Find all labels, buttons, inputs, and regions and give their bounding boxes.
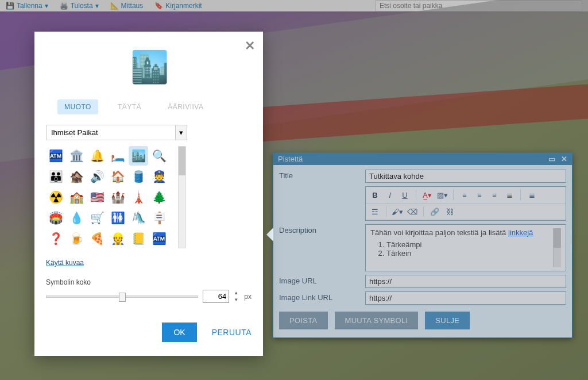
drop-icon[interactable]: 💧 (67, 208, 86, 228)
align-right-icon[interactable]: ≡ (489, 189, 500, 201)
numbered-list-icon[interactable]: ≣ (526, 189, 537, 201)
rich-text-toolbar: B I U A̲▾ ▨▾ ≡ ≡ ≡ ≣ ≣ ☲ 🖌▾ (365, 186, 566, 221)
description-label: Description (279, 224, 365, 235)
italic-icon[interactable]: I (384, 189, 396, 201)
castle-icon[interactable]: 🏰 (108, 187, 127, 207)
brush-icon[interactable]: 🖌▾ (392, 206, 403, 217)
use-image-link[interactable]: Käytä kuvaa (46, 259, 252, 267)
maximize-icon[interactable]: ▭ (548, 155, 555, 163)
pizza-icon[interactable]: 🍕 (87, 229, 107, 248)
family-icon[interactable]: 👪 (46, 167, 65, 186)
house-icon[interactable]: 🏠 (108, 167, 127, 186)
point-editor-panel: Pistettä ▭ ✕ Title . B I U A̲▾ ▨▾ ≡ (273, 152, 572, 338)
worker-icon[interactable]: 👷 (108, 229, 127, 248)
scrollbar[interactable] (178, 146, 186, 248)
stepper-icon[interactable]: ▲▼ (234, 291, 239, 302)
description-list: Tärkeämpi Tärkein (386, 240, 553, 258)
image-url-label: Image URL (279, 275, 365, 285)
bold-icon[interactable]: B (369, 189, 381, 201)
search-icon[interactable]: 🔍 (149, 146, 169, 166)
scrollbar[interactable] (553, 228, 561, 267)
callout-arrow-icon (266, 228, 273, 241)
atm-icon[interactable]: 🏧 (46, 146, 65, 166)
bulleted-list-icon[interactable]: ☲ (369, 206, 381, 217)
change-symbol-button[interactable]: MUUTA SYMBOLI (335, 312, 419, 329)
description-text: Tähän voi kirjoittaa paljon tekstiä ja l… (370, 228, 508, 237)
measure-button[interactable]: 📐 Mittaus (110, 2, 144, 10)
barrel-icon[interactable]: 🛢️ (129, 167, 148, 186)
note-icon[interactable]: 📒 (129, 229, 148, 248)
symbol-preview-icon: 🏙️ (130, 49, 167, 86)
radiation-icon[interactable]: ☢️ (46, 187, 65, 207)
title-input[interactable] (365, 170, 566, 183)
close-icon[interactable]: ✕ (561, 155, 567, 163)
school-icon[interactable]: 🏫 (67, 187, 86, 207)
atm2-icon[interactable]: 🏧 (149, 229, 169, 248)
bookmarks-button[interactable]: 🔖 Kirjanmerkit (154, 2, 202, 10)
image-link-url-input[interactable] (365, 291, 566, 305)
symbol-dialog: ✕ 🏙️ MUOTO TÄYTÄ ÄÄRIVIIVA ▾ 🏧🏛️🔔🛏️🏙️🔍👪🏚… (34, 32, 263, 356)
close-button[interactable]: SULJE (425, 312, 470, 329)
link-icon[interactable]: 🔗 (429, 206, 440, 217)
ok-button[interactable]: OK (162, 323, 196, 342)
trees-icon[interactable]: 🌲 (149, 187, 169, 207)
highlight-icon[interactable]: ▨▾ (436, 189, 448, 201)
delete-button[interactable]: POISTA (279, 312, 328, 329)
panel-titlebar[interactable]: Pistettä ▭ ✕ (273, 153, 572, 165)
bed-icon[interactable]: 🛏️ (108, 146, 127, 166)
unlink-icon[interactable]: ⛓ (444, 206, 455, 217)
title-label: Title (279, 170, 365, 180)
category-input[interactable] (47, 125, 175, 140)
bank-icon[interactable]: 🏛️ (67, 146, 86, 166)
clear-format-icon[interactable]: ⌫ (407, 206, 418, 217)
category-select[interactable]: ▾ (46, 125, 187, 140)
symbol-tabs: MUOTO TÄYTÄ ÄÄRIVIIVA (46, 99, 252, 114)
speaker-icon[interactable]: 🔊 (87, 167, 107, 186)
stadium-icon[interactable]: 🏟️ (46, 208, 65, 228)
description-link[interactable]: linkkejä (508, 228, 533, 237)
align-center-icon[interactable]: ≡ (474, 189, 485, 201)
beer-icon[interactable]: 🍺 (67, 229, 86, 248)
tower-icon[interactable]: 🗼 (129, 187, 148, 207)
police-icon[interactable]: 👮 (149, 167, 169, 186)
tab-outline[interactable]: ÄÄRIVIIVA (161, 99, 210, 114)
image-url-input[interactable] (365, 275, 566, 288)
close-icon[interactable]: ✕ (245, 39, 255, 53)
question-icon[interactable]: ❓ (46, 229, 65, 248)
text-color-icon[interactable]: A̲▾ (421, 189, 433, 201)
hut-icon[interactable]: 🏚️ (67, 167, 86, 186)
print-menu[interactable]: 🖨️ Tulosta ▾ (60, 2, 99, 10)
save-menu[interactable]: 💾 Tallenna ▾ (6, 2, 48, 10)
playground-icon[interactable]: 🛝 (129, 208, 148, 228)
align-justify-icon[interactable]: ≣ (504, 189, 515, 201)
description-editor[interactable]: Tähän voi kirjoittaa paljon tekstiä ja l… (365, 224, 566, 271)
size-unit: px (244, 293, 252, 301)
image-link-url-label: Image Link URL (279, 291, 365, 302)
city-icon[interactable]: 🏙️ (129, 146, 148, 166)
size-slider[interactable] (46, 295, 198, 298)
flag-us-icon[interactable]: 🇺🇸 (87, 187, 107, 207)
tab-fill[interactable]: TÄYTÄ (111, 99, 148, 114)
cart-icon[interactable]: 🛒 (87, 208, 107, 228)
align-left-icon[interactable]: ≡ (459, 189, 470, 201)
tab-shape[interactable]: MUOTO (57, 99, 98, 114)
size-label: Symbolin koko (46, 278, 252, 286)
chevron-down-icon[interactable]: ▾ (175, 125, 187, 140)
bell-icon[interactable]: 🔔 (87, 146, 107, 166)
sign-icon[interactable]: 🪧 (149, 208, 169, 228)
icon-grid: 🏧🏛️🔔🛏️🏙️🔍👪🏚️🔊🏠🛢️👮☢️🏫🇺🇸🏰🗼🌲🏟️💧🛒🚻🛝🪧❓🍺🍕👷📒🏧 (46, 146, 176, 248)
cancel-button[interactable]: PERUUTA (212, 328, 252, 337)
size-input[interactable] (203, 290, 229, 303)
restroom-icon[interactable]: 🚻 (108, 208, 127, 228)
panel-title: Pistettä (278, 155, 303, 163)
underline-icon[interactable]: U (399, 189, 411, 201)
